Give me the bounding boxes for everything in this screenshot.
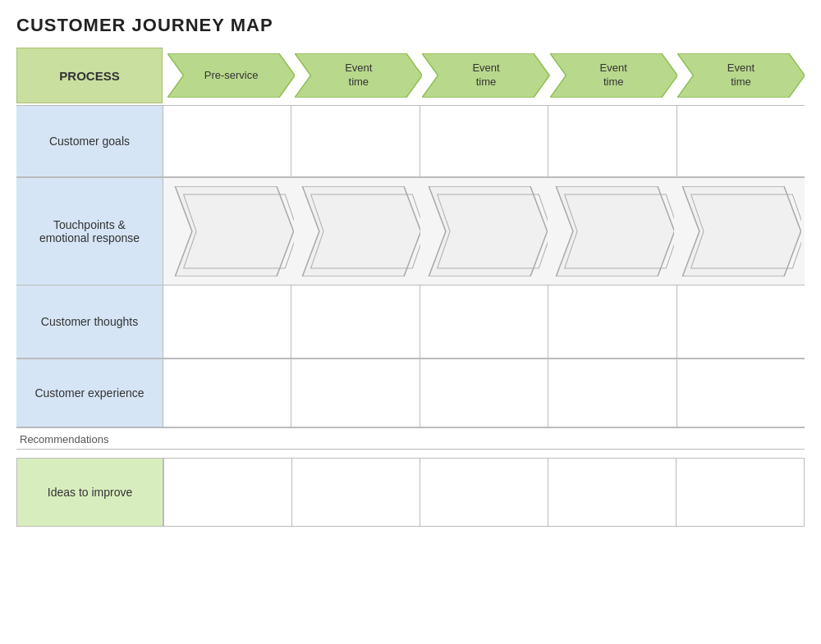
experience-cell-5[interactable]	[677, 359, 805, 427]
thoughts-cell-2[interactable]	[291, 285, 420, 358]
tp-arrow-4	[548, 186, 675, 276]
customer-goals-label: Customer goals	[16, 106, 163, 176]
customer-goals-content	[163, 106, 805, 176]
main-title: CUSTOMER JOURNEY MAP	[16, 15, 805, 36]
touchpoints-content	[163, 178, 805, 285]
stage-label-1: Eventtime	[345, 62, 372, 89]
ideas-cell-2[interactable]	[292, 459, 420, 526]
ideas-cell-4[interactable]	[548, 459, 677, 526]
customer-experience-row: Customer experience	[16, 359, 805, 427]
customer-experience-content	[163, 359, 805, 427]
customer-thoughts-content	[163, 285, 805, 358]
process-row: PROCESS Pre-service Eventtime	[16, 48, 805, 103]
touchpoints-label: Touchpoints &emotional response	[16, 178, 163, 285]
svg-marker-9	[429, 186, 547, 276]
stage-event1: Eventtime	[295, 52, 422, 99]
svg-marker-5	[175, 186, 293, 276]
arrow-shape-2: Eventtime	[422, 53, 549, 98]
experience-cell-3[interactable]	[420, 359, 548, 427]
arrow-shape-3: Eventtime	[550, 53, 677, 98]
touchpoints-label-text: Touchpoints &emotional response	[39, 218, 140, 244]
arrow-shape-4: Eventtime	[677, 53, 805, 98]
stage-event4: Eventtime	[677, 52, 805, 99]
arrow-shape-0: Pre-service	[167, 53, 295, 98]
thoughts-cell-5[interactable]	[677, 285, 805, 358]
ideas-cell-1[interactable]	[164, 459, 292, 526]
recommendations-divider	[16, 449, 805, 450]
svg-marker-11	[556, 186, 674, 276]
recommendations-label: Recommendations	[16, 432, 805, 447]
goals-cell-1[interactable]	[163, 106, 291, 176]
customer-thoughts-label: Customer thoughts	[16, 285, 163, 358]
stage-label-3: Eventtime	[600, 62, 627, 89]
recommendations-section: Recommendations	[16, 427, 805, 458]
customer-thoughts-row: Customer thoughts	[16, 285, 805, 359]
tp-arrow-1	[167, 186, 294, 276]
experience-cell-4[interactable]	[548, 359, 677, 427]
process-arrow-row: Pre-service Eventtime Eventtim	[163, 48, 805, 103]
process-label: PROCESS	[16, 48, 163, 103]
goals-cell-3[interactable]	[420, 106, 548, 176]
experience-cell-2[interactable]	[291, 359, 420, 427]
ideas-cell-5[interactable]	[677, 459, 804, 526]
ideas-label: Ideas to improve	[17, 459, 163, 526]
stage-event2: Eventtime	[422, 52, 549, 99]
page-container: CUSTOMER JOURNEY MAP PROCESS Pre-service	[0, 0, 821, 535]
svg-marker-13	[683, 186, 801, 276]
tp-arrow-5	[674, 186, 801, 276]
touchpoints-row: Touchpoints &emotional response	[16, 177, 805, 285]
stage-event3: Eventtime	[550, 52, 677, 99]
goals-cell-5[interactable]	[677, 106, 805, 176]
tp-arrow-2	[294, 186, 421, 276]
stage-label-4: Eventtime	[727, 62, 754, 89]
goals-cell-2[interactable]	[291, 106, 420, 176]
customer-experience-label: Customer experience	[16, 359, 163, 427]
goals-cell-4[interactable]	[548, 106, 677, 176]
stage-label-0: Pre-service	[204, 69, 259, 83]
ideas-row: Ideas to improve	[16, 458, 805, 527]
experience-cell-1[interactable]	[163, 359, 291, 427]
ideas-content	[163, 459, 804, 526]
svg-marker-7	[302, 186, 420, 276]
tp-arrow-3	[420, 186, 548, 276]
arrow-shape-1: Eventtime	[295, 53, 422, 98]
stage-label-2: Eventtime	[472, 62, 499, 89]
thoughts-cell-4[interactable]	[548, 285, 677, 358]
stage-pre-service: Pre-service	[167, 52, 295, 99]
thoughts-cell-1[interactable]	[163, 285, 291, 358]
customer-goals-row: Customer goals	[16, 105, 805, 177]
thoughts-cell-3[interactable]	[420, 285, 548, 358]
ideas-cell-3[interactable]	[420, 459, 548, 526]
